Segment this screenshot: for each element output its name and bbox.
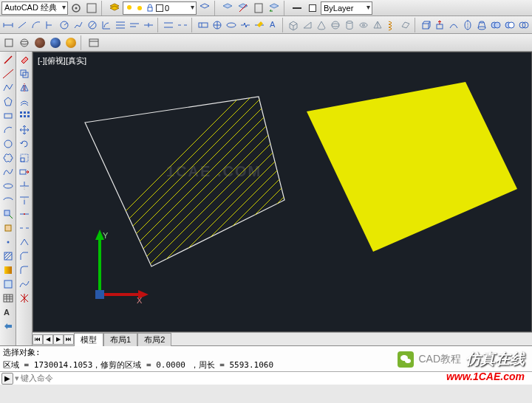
trim-icon[interactable] <box>18 179 31 193</box>
dim-jog-line-icon[interactable] <box>239 18 252 32</box>
explode-icon[interactable] <box>18 292 31 305</box>
addselected-icon[interactable] <box>1 320 15 333</box>
extend-icon[interactable] <box>18 193 31 207</box>
ellipse-icon[interactable] <box>1 179 15 193</box>
intersect-icon[interactable] <box>517 18 531 32</box>
revcloud-icon[interactable] <box>1 151 15 165</box>
layer-prev-icon[interactable] <box>267 1 282 16</box>
dim-ordinate-icon[interactable] <box>44 18 57 32</box>
vs-realistic-icon[interactable] <box>48 35 63 50</box>
sphere-icon[interactable] <box>329 18 342 32</box>
tab-nav-prev[interactable]: ◀ <box>43 334 53 345</box>
tab-nav-last[interactable]: ⏭ <box>64 334 74 345</box>
rotate-icon[interactable] <box>18 137 31 151</box>
dim-radius-icon[interactable] <box>58 18 71 32</box>
ellipse-arc-icon[interactable] <box>1 193 15 207</box>
layer-states-icon[interactable] <box>251 1 266 16</box>
workspace-dropdown[interactable]: AutoCAD 经典 <box>1 1 68 15</box>
hatch-icon[interactable] <box>1 249 15 263</box>
sweep-icon[interactable] <box>447 18 460 32</box>
toolbar-icon-1[interactable] <box>84 1 99 16</box>
view-label[interactable]: [-][俯视][真实] <box>38 55 86 66</box>
gradient-icon[interactable] <box>1 264 15 277</box>
dim-quick-icon[interactable] <box>114 18 127 32</box>
dim-diameter-icon[interactable] <box>86 18 99 32</box>
xline-icon[interactable] <box>1 67 15 80</box>
stretch-icon[interactable] <box>18 165 31 179</box>
tab-nav-next[interactable]: ▶ <box>53 334 64 345</box>
tab-layout1[interactable]: 布局1 <box>103 333 137 346</box>
inspect-icon[interactable] <box>225 18 238 32</box>
offset-icon[interactable] <box>18 95 31 108</box>
dim-linear-icon[interactable] <box>1 18 15 32</box>
chamfer-icon[interactable] <box>18 249 31 263</box>
mirror-icon[interactable] <box>18 81 31 94</box>
box-icon[interactable] <box>287 18 300 32</box>
dim-space-icon[interactable] <box>162 18 175 32</box>
array-icon[interactable] <box>18 109 31 123</box>
cone-icon[interactable] <box>315 18 328 32</box>
fillet-icon[interactable] <box>18 264 31 277</box>
insert-block-icon[interactable] <box>1 207 15 221</box>
union-icon[interactable] <box>489 18 502 32</box>
scale-icon[interactable] <box>18 151 31 165</box>
tab-model[interactable]: 模型 <box>74 333 103 346</box>
torus-icon[interactable] <box>357 18 370 32</box>
dim-aligned-icon[interactable] <box>16 18 29 32</box>
layer-off-icon[interactable] <box>236 1 250 16</box>
color-picker-icon[interactable] <box>305 1 320 16</box>
table-icon[interactable] <box>1 292 15 305</box>
dim-arc-icon[interactable] <box>30 18 43 32</box>
tolerance-icon[interactable] <box>197 18 210 32</box>
dim-angular-icon[interactable] <box>100 18 113 32</box>
move-icon[interactable] <box>18 123 31 137</box>
mtext-icon[interactable]: A <box>1 306 15 319</box>
break-icon[interactable] <box>18 221 31 235</box>
wedge-icon[interactable] <box>301 18 314 32</box>
point-icon[interactable] <box>1 235 15 249</box>
line-icon[interactable] <box>1 53 15 66</box>
presspull-icon[interactable] <box>433 18 446 32</box>
arc-icon[interactable] <box>1 123 15 137</box>
join-icon[interactable] <box>18 235 31 249</box>
linetype-dropdown[interactable]: ByLayer <box>321 1 372 15</box>
layer-dropdown[interactable]: 0 <box>123 1 197 15</box>
polyline-icon[interactable] <box>1 81 15 94</box>
circle-icon[interactable] <box>1 137 15 151</box>
spline-icon[interactable] <box>1 165 15 179</box>
linetype-icon[interactable] <box>290 1 304 16</box>
erase-icon[interactable] <box>18 53 31 66</box>
layer-freeze-icon[interactable] <box>220 1 235 16</box>
region-icon[interactable] <box>1 278 15 291</box>
dim-break-icon[interactable] <box>176 18 189 32</box>
polygon-icon[interactable] <box>1 95 15 108</box>
dim-baseline-icon[interactable] <box>128 18 141 32</box>
layer-match-icon[interactable] <box>197 1 212 16</box>
vs-wireframe-icon[interactable] <box>17 35 32 50</box>
blend-icon[interactable] <box>18 278 31 291</box>
break-at-point-icon[interactable] <box>18 207 31 221</box>
tab-nav-first[interactable]: ⏮ <box>33 334 43 345</box>
vs-manage-icon[interactable] <box>86 35 101 50</box>
copy-icon[interactable] <box>18 67 31 80</box>
subtract-icon[interactable] <box>503 18 516 32</box>
dim-jogged-icon[interactable] <box>72 18 85 32</box>
rectangle-icon[interactable] <box>1 109 15 123</box>
vs-hidden-icon[interactable] <box>33 35 47 50</box>
helix-icon[interactable] <box>385 18 398 32</box>
revolve-icon[interactable] <box>461 18 474 32</box>
dim-continue-icon[interactable] <box>142 18 155 32</box>
cylinder-icon[interactable] <box>343 18 356 32</box>
pyramid-icon[interactable] <box>371 18 384 32</box>
make-block-icon[interactable] <box>1 221 15 235</box>
loft-icon[interactable] <box>475 18 488 32</box>
drawing-viewport[interactable]: [-][俯视][真实] 1CAE .COM 1CAE .COM <box>33 52 532 332</box>
command-prompt-icon[interactable]: ▶ <box>1 373 13 385</box>
extrude-icon[interactable] <box>419 18 432 32</box>
dim-text-edit-icon[interactable]: A <box>267 18 280 32</box>
tab-layout2[interactable]: 布局2 <box>137 333 171 346</box>
planar-surf-icon[interactable] <box>399 18 412 32</box>
vs-conceptual-icon[interactable] <box>64 35 78 50</box>
dim-edit-icon[interactable] <box>253 18 266 32</box>
workspace-settings-icon[interactable] <box>69 1 83 16</box>
